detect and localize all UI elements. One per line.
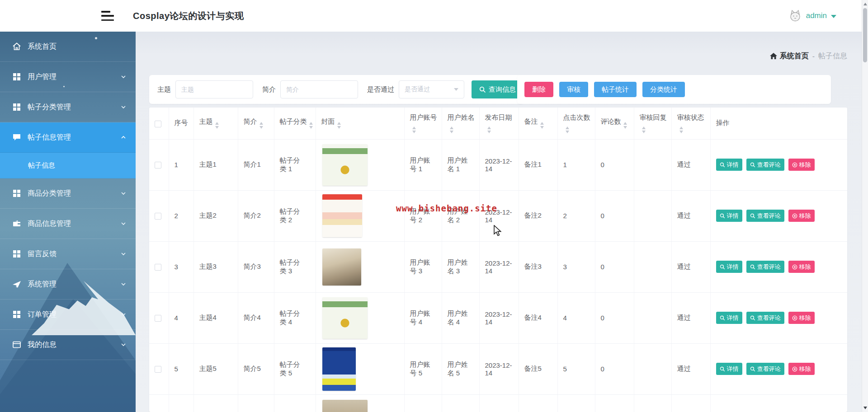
select-placeholder: 是否通过 (405, 85, 430, 94)
cell-name: 用户姓名 4 (442, 292, 479, 343)
view-comments-button[interactable]: 查看评论 (746, 363, 784, 375)
search-icon (720, 162, 725, 168)
sort-caret-icon[interactable] (679, 126, 683, 133)
sort-caret-icon[interactable] (540, 122, 544, 129)
cell-title (193, 394, 238, 412)
post-cover-image[interactable] (322, 297, 368, 339)
grid-icon (12, 72, 22, 82)
grid-icon (12, 102, 22, 112)
remove-button[interactable]: 移除 (788, 261, 815, 273)
cell-date: 2023-12-14 (479, 343, 519, 394)
sidebar-item-label: 我的信息 (28, 340, 57, 350)
chevron-down-icon (120, 311, 127, 318)
menu-toggle-icon[interactable] (101, 11, 115, 21)
pass-filter-select[interactable]: 是否通过 (399, 80, 464, 98)
card-icon (12, 340, 22, 350)
sidebar-subitem-post-info[interactable]: 帖子信息 (0, 153, 136, 178)
sidebar-item-home[interactable]: 系统首页 (0, 32, 136, 62)
sidebar-item-orders[interactable]: 订单管理 (0, 300, 136, 330)
scrollbar-up-arrow[interactable] (862, 1, 868, 7)
remove-button[interactable]: 移除 (788, 312, 815, 324)
post-stats-button[interactable]: 帖子统计 (594, 82, 637, 97)
cell-account: 用户账号 1 (404, 139, 442, 190)
cell-cover (316, 190, 404, 241)
sidebar-item-system[interactable]: 系统管理 (0, 269, 136, 300)
admin-dropdown[interactable]: admin (788, 0, 836, 32)
cell-cover (316, 343, 404, 394)
post-cover-image[interactable] (322, 347, 356, 391)
row-checkbox[interactable] (155, 162, 161, 169)
sort-caret-icon[interactable] (337, 122, 341, 129)
view-comments-button[interactable]: 查看评论 (746, 312, 784, 324)
chevron-down-icon (120, 220, 127, 227)
detail-button[interactable]: 详情 (716, 210, 742, 222)
detail-button[interactable]: 详情 (716, 312, 742, 324)
column-header: 审核回复 (634, 108, 671, 139)
column-header: 备注 (519, 108, 557, 139)
cell-review-reply (634, 292, 671, 343)
detail-button[interactable]: 详情 (716, 159, 742, 171)
sort-caret-icon[interactable] (642, 126, 646, 133)
column-header: 主题 (193, 108, 238, 139)
sidebar-item-product-categories[interactable]: 商品分类管理 (0, 178, 136, 209)
cell-account: 用户账号 4 (404, 292, 442, 343)
row-checkbox[interactable] (155, 264, 161, 271)
cell-account (404, 394, 442, 412)
action-bar: 删除 审核 帖子统计 分类统计 (517, 75, 831, 104)
theme-filter-input[interactable] (175, 80, 253, 98)
breadcrumb: 系统首页 - 帖子信息 (770, 52, 847, 61)
remove-button[interactable]: 移除 (788, 159, 815, 171)
remove-button[interactable]: 移除 (788, 363, 815, 375)
intro-filter-label: 简介 (262, 85, 276, 94)
sidebar-item-post-categories[interactable]: 帖子分类管理 (0, 92, 136, 122)
review-button[interactable]: 审核 (559, 82, 588, 97)
sidebar-item-label: 系统首页 (28, 42, 57, 52)
scrollbar-thumb[interactable] (863, 8, 867, 62)
search-icon (720, 366, 725, 372)
sort-caret-icon[interactable] (566, 126, 569, 133)
cell-review-reply (634, 241, 671, 292)
scrollbar-down-arrow[interactable] (862, 405, 868, 411)
row-checkbox[interactable] (155, 315, 161, 322)
sort-caret-icon[interactable] (487, 126, 491, 133)
remove-button[interactable]: 移除 (788, 210, 815, 222)
post-cover-image[interactable] (322, 400, 368, 412)
category-stats-button[interactable]: 分类统计 (642, 82, 685, 97)
table-row: 详情 查看评论 移除 (149, 394, 847, 412)
sidebar-item-feedback[interactable]: 留言反馈 (0, 239, 136, 269)
sidebar-item-my-info[interactable]: 我的信息 (0, 330, 136, 360)
detail-button[interactable]: 详情 (716, 363, 742, 375)
intro-filter-input[interactable] (280, 80, 358, 98)
detail-button[interactable]: 详情 (716, 261, 742, 273)
post-cover-image[interactable] (322, 248, 361, 286)
view-comments-button[interactable]: 查看评论 (746, 210, 784, 222)
row-checkbox[interactable] (155, 366, 161, 373)
sort-caret-icon[interactable] (215, 122, 219, 129)
chevron-down-icon (120, 281, 127, 287)
sidebar-item-product-info[interactable]: 商品信息管理 (0, 209, 136, 239)
sort-caret-icon[interactable] (412, 126, 416, 133)
cell-category: 帖子分类 1 (274, 139, 316, 190)
sidebar-item-post-info-management[interactable]: 帖子信息管理 (0, 122, 136, 153)
sort-caret-icon[interactable] (450, 126, 453, 133)
vertical-scrollbar[interactable] (862, 0, 868, 412)
cell-review-reply (634, 343, 671, 394)
cell-cover (316, 139, 404, 190)
sort-caret-icon[interactable] (623, 122, 627, 129)
search-button[interactable]: 查询信息 (472, 80, 524, 98)
post-cover-image[interactable] (322, 194, 362, 237)
view-comments-button[interactable]: 查看评论 (746, 159, 784, 171)
send-icon (12, 279, 22, 289)
sidebar-item-label: 帖子信息 (28, 161, 55, 170)
view-comments-button[interactable]: 查看评论 (746, 261, 784, 273)
cell-name: 用户姓名 5 (442, 343, 479, 394)
delete-button[interactable]: 删除 (524, 82, 553, 97)
sort-caret-icon[interactable] (259, 122, 263, 129)
sort-caret-icon[interactable] (309, 122, 313, 129)
breadcrumb-home-link[interactable]: 系统首页 (770, 52, 809, 61)
select-all-checkbox[interactable] (155, 121, 161, 127)
row-checkbox[interactable] (155, 213, 161, 220)
cell-operations: 详情 查看评论 移除 (710, 292, 847, 343)
post-cover-image[interactable] (322, 144, 368, 186)
sidebar-item-users[interactable]: 用户管理 (0, 62, 136, 92)
